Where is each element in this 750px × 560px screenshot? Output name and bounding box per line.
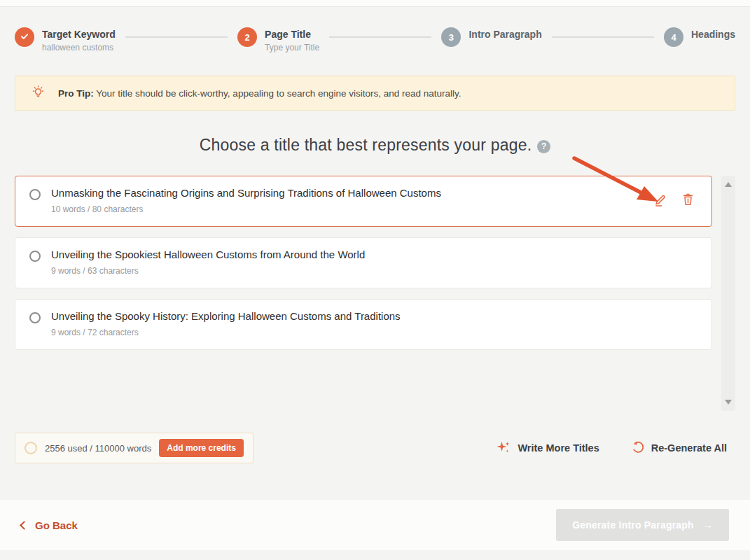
- step-number-circle: 4: [664, 27, 683, 47]
- step-number-circle: 2: [237, 27, 257, 47]
- title-choices-area: Unmasking the Fascinating Origins and Su…: [15, 176, 735, 411]
- title-options-list: Unmasking the Fascinating Origins and Su…: [15, 176, 712, 411]
- step-headings[interactable]: 4 Headings: [664, 27, 735, 47]
- title-option-card[interactable]: Unveiling the Spookiest Halloween Custom…: [15, 237, 712, 288]
- radio-button[interactable]: [29, 189, 41, 200]
- pro-tip-label: Pro Tip:: [58, 88, 94, 99]
- add-credits-button[interactable]: Add more credits: [159, 439, 244, 457]
- step-connector: [552, 36, 654, 38]
- write-more-titles-button[interactable]: Write More Titles: [496, 440, 599, 456]
- title-option-text: Unveiling the Spookiest Halloween Custom…: [51, 248, 365, 260]
- regenerate-all-label: Re-Generate All: [651, 442, 727, 454]
- page-title: Choose a title that best represents your…: [15, 136, 735, 155]
- step-intro-paragraph[interactable]: 3 Intro Paragraph: [441, 27, 541, 47]
- generate-intro-paragraph-button[interactable]: Generate Intro Paragraph →: [556, 509, 729, 541]
- title-option-meta: 9 words / 72 characters: [51, 328, 401, 337]
- credits-usage: 2556 used / 110000 words: [45, 443, 151, 454]
- delete-title-button[interactable]: [676, 190, 699, 212]
- step-label: Page Title: [265, 27, 319, 40]
- step-label: Target Keyword: [42, 27, 116, 40]
- write-more-titles-label: Write More Titles: [518, 442, 599, 454]
- wizard-stepper: Target Keyword halloween customs 2 Page …: [15, 27, 735, 52]
- title-option-text: Unmasking the Fascinating Origins and Su…: [51, 187, 441, 199]
- scroll-down-icon[interactable]: [725, 400, 732, 405]
- page-title-step-screen: { "colors": { "accent": "#e5653f", "acce…: [0, 0, 750, 560]
- edit-title-button[interactable]: [648, 190, 671, 212]
- step-page-title[interactable]: 2 Page Title Type your Title: [237, 27, 319, 52]
- arrow-right-icon: →: [703, 519, 713, 531]
- pencil-icon: [653, 192, 667, 209]
- chevron-left-icon: [20, 521, 29, 530]
- title-option-meta: 10 words / 80 characters: [51, 204, 441, 214]
- step-target-keyword[interactable]: Target Keyword halloween customs: [15, 27, 116, 52]
- regenerate-all-button[interactable]: Re-Generate All: [632, 441, 727, 456]
- credits-ring-icon: [25, 442, 37, 454]
- pro-tip-banner: Pro Tip: Your title should be click-wort…: [15, 76, 735, 111]
- credits-box: 2556 used / 110000 words Add more credit…: [15, 433, 254, 463]
- title-option-card[interactable]: Unveiling the Spooky History: Exploring …: [15, 299, 712, 350]
- scrollbar[interactable]: [721, 176, 735, 411]
- title-option-card[interactable]: Unmasking the Fascinating Origins and Su…: [15, 176, 712, 227]
- scroll-up-icon[interactable]: [725, 182, 732, 187]
- go-back-label: Go Back: [35, 519, 78, 531]
- step-label: Headings: [691, 27, 735, 40]
- step-label: Intro Paragraph: [468, 27, 541, 40]
- title-option-text: Unveiling the Spooky History: Exploring …: [51, 310, 401, 322]
- sparkles-icon: [496, 440, 511, 456]
- bottom-border-strip: [0, 550, 750, 560]
- step-connector: [125, 36, 228, 38]
- title-option-meta: 9 words / 63 characters: [51, 266, 365, 276]
- check-icon: [20, 31, 29, 43]
- help-icon[interactable]: ?: [537, 140, 550, 153]
- step-sublabel: halloween customs: [42, 43, 116, 52]
- credits-actions-row: 2556 used / 110000 words Add more credit…: [15, 433, 735, 463]
- radio-button[interactable]: [29, 251, 41, 262]
- top-border-strip: [0, 0, 750, 7]
- lightbulb-icon: [31, 85, 46, 102]
- refresh-icon: [632, 441, 644, 456]
- trash-icon: [681, 192, 695, 209]
- step-number-circle: 3: [441, 27, 461, 47]
- pro-tip-text: Pro Tip: Your title should be click-wort…: [58, 88, 461, 99]
- step-connector: [329, 36, 431, 38]
- step-sublabel: Type your Title: [265, 43, 319, 52]
- step-complete-circle: [15, 27, 34, 47]
- wizard-footer: Go Back Generate Intro Paragraph →: [0, 500, 750, 550]
- radio-button[interactable]: [29, 312, 41, 323]
- go-back-button[interactable]: Go Back: [21, 519, 78, 531]
